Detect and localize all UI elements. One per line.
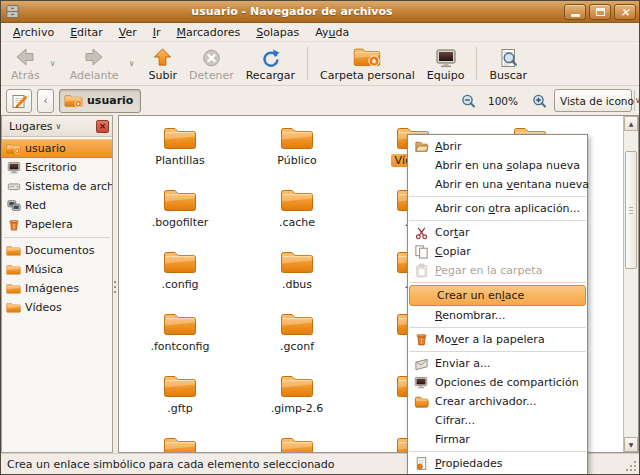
sidebar-item-musica[interactable]: Música — [2, 260, 112, 279]
zoom-out-button[interactable] — [457, 90, 479, 112]
file-item[interactable]: .gconf — [245, 310, 349, 353]
vertical-scrollbar[interactable]: ▲ ▼ — [623, 116, 638, 452]
location-bar: ‹ usuario 100% Vista de icono ∨ — [1, 86, 639, 115]
edit-location-icon — [11, 93, 27, 109]
file-item[interactable]: .gstreamer-0.10 — [245, 434, 349, 453]
up-button[interactable]: Subir — [143, 44, 184, 83]
forward-dropdown-chevron-icon[interactable]: ∨ — [125, 44, 139, 83]
menubar: Archivo Editar Ver Ir Marcadores Solapas… — [1, 23, 639, 42]
stop-icon — [201, 45, 222, 68]
back-arrow-icon — [14, 45, 36, 68]
file-item[interactable]: Público — [245, 124, 349, 167]
menu-editar[interactable]: Editar — [62, 24, 111, 41]
sidebar-item-red[interactable]: Red — [2, 196, 112, 215]
menu-item-copiar[interactable]: Copiar — [408, 242, 587, 261]
folder-icon — [280, 310, 314, 337]
menu-archivo[interactable]: Archivo — [5, 24, 62, 41]
back-dropdown-chevron-icon[interactable]: ∨ — [46, 44, 60, 83]
sidebar-item-usuario[interactable]: usuario — [2, 139, 112, 158]
menu-item-crear-archivador[interactable]: Crear archivador... — [408, 392, 587, 411]
menu-item-enviar-a[interactable]: Enviar a... — [408, 354, 587, 373]
folder-icon — [6, 244, 21, 258]
sidebar-close-button[interactable]: × — [96, 120, 109, 133]
titlebar[interactable]: usuario - Navegador de archivos × — [1, 1, 639, 23]
menu-item-cortar[interactable]: Cortar — [408, 223, 587, 242]
menu-item-renombrar[interactable]: Renombrar... — [408, 306, 587, 325]
computer-button[interactable]: Equipo — [421, 44, 471, 83]
folder-icon — [6, 263, 21, 277]
search-button[interactable]: Buscar — [483, 44, 533, 83]
menu-item-firmar[interactable]: Firmar — [408, 430, 587, 449]
scroll-up-button[interactable]: ▲ — [624, 116, 638, 131]
maximize-button[interactable] — [589, 4, 611, 20]
close-icon: × — [620, 6, 630, 18]
scroll-down-button[interactable]: ▼ — [624, 437, 638, 452]
file-item[interactable]: .dbus — [245, 248, 349, 291]
menu-separator — [409, 351, 586, 352]
file-item[interactable]: .config — [128, 248, 232, 291]
minimize-button[interactable] — [564, 4, 586, 20]
file-item[interactable]: .cache — [245, 186, 349, 229]
menu-item-abrir[interactable]: Abrir — [408, 137, 587, 156]
properties-icon — [413, 456, 429, 472]
sidebar-item-documentos[interactable]: Documentos — [2, 241, 112, 260]
menu-item-abrir-ventana-nueva[interactable]: Abrir en una ventana nueva — [408, 175, 587, 194]
refresh-icon — [260, 45, 281, 68]
home-folder-button[interactable]: Carpeta personal — [314, 44, 421, 83]
menu-item-mover-a-la-papelera[interactable]: Mover a la papelera — [408, 330, 587, 349]
menu-marcadores[interactable]: Marcadores — [168, 24, 248, 41]
thumb-grip-icon — [629, 210, 633, 211]
zoom-in-icon — [531, 93, 546, 108]
file-item[interactable]: .gimp-2.6 — [245, 372, 349, 415]
close-button[interactable]: × — [614, 4, 636, 20]
file-manager-icon — [4, 4, 20, 20]
menu-item-abrir-con-otra-aplicacion[interactable]: Abrir con otra aplicación... — [408, 199, 587, 218]
folder-icon — [163, 310, 197, 337]
sidebar-item-escritorio[interactable]: Escritorio — [2, 158, 112, 177]
menu-item-abrir-solapa-nueva[interactable]: Abrir en una solapa nueva — [408, 156, 587, 175]
file-item[interactable]: Plantillas — [128, 124, 232, 167]
menu-item-crear-un-enlace[interactable]: Crear un enlace — [409, 285, 586, 306]
menu-solapas[interactable]: Solapas — [248, 24, 307, 41]
chevron-down-icon: ∨ — [634, 90, 640, 111]
menu-separator — [409, 220, 586, 221]
menu-ver[interactable]: Ver — [111, 24, 145, 41]
menu-ayuda[interactable]: Ayuda — [307, 24, 357, 41]
folder-icon — [280, 372, 314, 399]
file-manager-window: usuario - Navegador de archivos × Archiv… — [0, 0, 640, 475]
sidebar-item-sistema-de-archivos[interactable]: Sistema de archi... — [2, 177, 112, 196]
maximize-icon — [596, 8, 605, 16]
scrollbar-thumb[interactable] — [625, 151, 637, 269]
file-item[interactable]: .gftp — [128, 372, 232, 415]
file-item[interactable]: .gnupg — [128, 434, 232, 453]
sidebar-item-papelera[interactable]: Papelera — [2, 215, 112, 234]
drive-icon — [6, 180, 21, 194]
view-mode-select[interactable]: Vista de icono ∨ — [554, 89, 632, 112]
menu-ir[interactable]: Ir — [145, 24, 169, 41]
breadcrumb-usuario[interactable]: usuario — [59, 89, 141, 113]
menu-separator — [409, 327, 586, 328]
menu-item-opciones-de-comparticion[interactable]: Opciones de compartición — [408, 373, 587, 392]
file-item[interactable]: .bogofilter — [128, 186, 232, 229]
window-resize-grip[interactable] — [625, 460, 637, 472]
menu-separator — [409, 282, 586, 283]
up-arrow-icon — [152, 45, 173, 68]
stop-button[interactable]: Detener — [183, 44, 240, 83]
breadcrumb-scroll-left-button[interactable]: ‹ — [37, 89, 54, 113]
menu-item-cifrar[interactable]: Cifrar... — [408, 411, 587, 430]
sidebar-header-label: Lugares — [9, 120, 52, 133]
file-item[interactable]: .fontconfig — [128, 310, 232, 353]
reload-button[interactable]: Recargar — [240, 44, 301, 83]
forward-button[interactable]: Adelante — [64, 44, 125, 83]
sidebar-item-imagenes[interactable]: Imágenes — [2, 279, 112, 298]
sidebar-separator — [4, 237, 110, 238]
places-sidebar: Lugares ∨ × usuario Escritorio Sistema d… — [1, 115, 113, 453]
back-button[interactable]: Atrás — [5, 44, 46, 83]
open-folder-icon — [413, 139, 429, 155]
edit-location-button[interactable] — [6, 89, 32, 113]
zoom-in-button[interactable] — [527, 90, 549, 112]
cut-icon — [413, 225, 429, 241]
sidebar-header[interactable]: Lugares ∨ × — [2, 116, 112, 137]
menu-item-propiedades[interactable]: Propiedades — [408, 454, 587, 473]
sidebar-item-videos[interactable]: Vídeos — [2, 298, 112, 317]
